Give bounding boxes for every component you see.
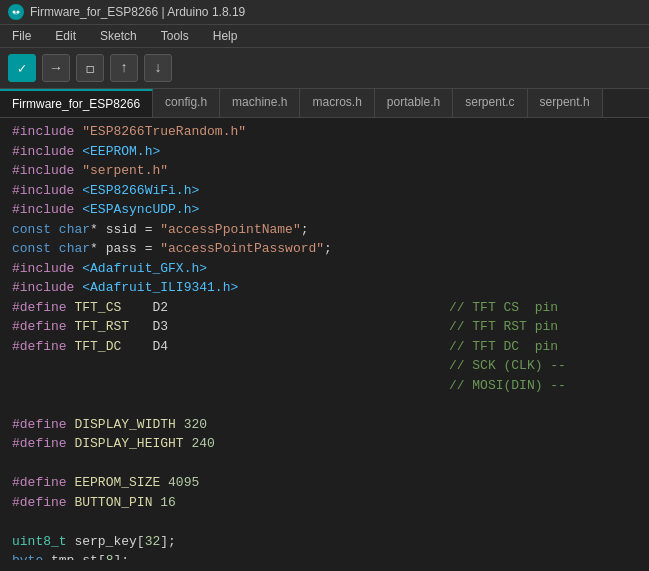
code-line: byte tmp_st[8]; — [0, 551, 649, 560]
code-line: #include "ESP8266TrueRandom.h" — [0, 122, 649, 142]
code-line: #include "serpent.h" — [0, 161, 649, 181]
new-button[interactable]: ◻ — [76, 54, 104, 82]
tabs-bar: Firmware_for_ESP8266 config.h machine.h … — [0, 89, 649, 118]
tab-macros[interactable]: macros.h — [300, 89, 374, 117]
title-bar: ∞ Firmware_for_ESP8266 | Arduino 1.8.19 — [0, 0, 649, 25]
menu-help[interactable]: Help — [209, 27, 242, 45]
tab-config[interactable]: config.h — [153, 89, 220, 117]
code-line: #define BUTTON_PIN 16 — [0, 493, 649, 513]
window-title: Firmware_for_ESP8266 | Arduino 1.8.19 — [30, 5, 245, 19]
tab-machine[interactable]: machine.h — [220, 89, 300, 117]
code-line: // MOSI(DIN) -- — [0, 376, 649, 396]
menu-sketch[interactable]: Sketch — [96, 27, 141, 45]
menu-tools[interactable]: Tools — [157, 27, 193, 45]
code-line — [0, 512, 649, 532]
code-line: #define TFT_RST D3 // TFT RST pin — [0, 317, 649, 337]
code-line: #include <EEPROM.h> — [0, 142, 649, 162]
code-line: #define DISPLAY_WIDTH 320 — [0, 415, 649, 435]
tab-serpentc[interactable]: serpent.c — [453, 89, 527, 117]
code-line: #include <ESPAsyncUDP.h> — [0, 200, 649, 220]
svg-text:∞: ∞ — [14, 10, 18, 16]
toolbar: ✓ → ◻ ↑ ↓ — [0, 48, 649, 89]
verify-button[interactable]: ✓ — [8, 54, 36, 82]
upload-button[interactable]: → — [42, 54, 70, 82]
code-line — [0, 454, 649, 474]
code-editor[interactable]: #include "ESP8266TrueRandom.h" #include … — [0, 118, 649, 560]
code-line: const char* ssid = "accessPpointName"; — [0, 220, 649, 240]
code-line: #include <Adafruit_GFX.h> — [0, 259, 649, 279]
code-line: #include <ESP8266WiFi.h> — [0, 181, 649, 201]
save-button[interactable]: ↓ — [144, 54, 172, 82]
code-line: #define TFT_CS D2 // TFT CS pin — [0, 298, 649, 318]
menu-edit[interactable]: Edit — [51, 27, 80, 45]
code-line: #include <Adafruit_ILI9341.h> — [0, 278, 649, 298]
code-line: #define EEPROM_SIZE 4095 — [0, 473, 649, 493]
arduino-logo: ∞ — [8, 4, 24, 20]
tab-firmware[interactable]: Firmware_for_ESP8266 — [0, 89, 153, 117]
code-line: const char* pass = "accessPointPassword"… — [0, 239, 649, 259]
menu-file[interactable]: File — [8, 27, 35, 45]
menu-bar: File Edit Sketch Tools Help — [0, 25, 649, 48]
code-line: uint8_t serp_key[32]; — [0, 532, 649, 552]
code-line: #define TFT_DC D4 // TFT DC pin — [0, 337, 649, 357]
tab-portable[interactable]: portable.h — [375, 89, 453, 117]
code-line — [0, 395, 649, 415]
code-line: // SCK (CLK) -- — [0, 356, 649, 376]
tab-serpenth[interactable]: serpent.h — [528, 89, 603, 117]
code-line: #define DISPLAY_HEIGHT 240 — [0, 434, 649, 454]
open-button[interactable]: ↑ — [110, 54, 138, 82]
